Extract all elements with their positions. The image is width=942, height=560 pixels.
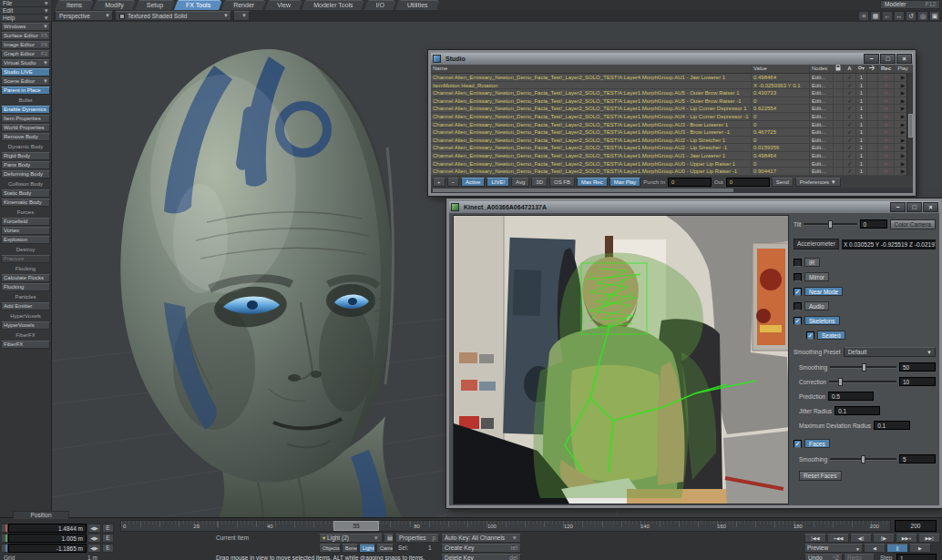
mirror-checkbox[interactable] [794,273,802,281]
record-toggle[interactable]: ○ [878,121,895,128]
studio-vertical-scrollbar[interactable] [906,74,913,176]
modeler-button[interactable]: ModelerF12 [880,0,940,9]
maximize-button[interactable]: □ [906,202,922,212]
sidebar-item[interactable]: HyperVoxels ▼ [1,313,50,321]
sidebar-item[interactable]: Graph Editor F2 ▼ [1,50,50,58]
item-list-button[interactable]: ▤ [384,534,394,543]
skeletons-checkbox[interactable]: ✓ [794,317,802,325]
send-button[interactable]: Send [772,178,794,187]
record-toggle[interactable]: ○ [878,74,895,81]
channel-row[interactable]: Channel Alien_Emissary_Newton_Demo_Facia… [431,89,913,97]
sidebar-item[interactable]: World Properties ▼ [1,124,50,132]
objects-button[interactable]: Objects+O [319,544,341,553]
tilt-slider[interactable] [804,223,856,226]
menu-tab[interactable]: Items [56,0,92,10]
nodes-edit-button[interactable]: Edit... [810,168,834,175]
transport-button[interactable]: ▶▶+ [896,534,917,543]
pan-icon[interactable]: ← [882,11,893,21]
seated-toggle[interactable]: Seated [817,331,845,340]
menu-tab[interactable]: Render [223,0,264,10]
play-reverse-button[interactable]: ◀ [864,544,886,553]
channel-row[interactable]: Channel Alien_Emissary_Newton_Demo_Facia… [431,137,913,145]
sidebar-item[interactable]: Add Emitter ▼ [1,302,50,311]
sidebar-item[interactable]: Flocking ▼ [1,283,50,291]
slider-handle[interactable] [838,378,843,386]
properties-button[interactable]: Propertiesp [395,534,439,543]
edit-menu[interactable]: Edit▼ [0,7,51,15]
scrollbar-thumb[interactable] [433,188,733,192]
record-toggle[interactable]: ○ [878,105,895,112]
transport-button[interactable]: +◀◀ [827,534,849,543]
slider-handle[interactable] [828,220,833,229]
nodes-edit-button[interactable]: Edit... [810,105,834,112]
faces-smoothing-field[interactable]: 5 [899,454,936,463]
nodes-edit-button[interactable]: Edit... [810,82,834,89]
nudge-buttons[interactable]: ◀▶ [87,524,101,533]
menu-icon[interactable]: ≡ [858,11,869,21]
channel-row[interactable]: ItemMotion Head_Rotation X -0.0250363 Y … [431,82,913,90]
studio-horizontal-scrollbar[interactable] [431,188,913,193]
studio-footer-button[interactable]: Max Rec [577,178,608,187]
sidebar-item[interactable]: Virtual Studio ▼ [1,59,50,67]
active-checkmark[interactable]: ✓ [844,168,856,175]
zoom-view-icon[interactable]: ◎ [917,11,928,21]
sidebar-item[interactable]: Enable Dynamics ▼ [1,106,50,114]
studio-footer-button[interactable]: 3D [531,178,548,187]
shading-mode-dropdown[interactable]: Textured Shaded Solid▼ [115,11,231,21]
menu-tab[interactable]: I/O [366,0,394,10]
ir-checkbox[interactable] [794,259,802,267]
record-toggle[interactable]: ○ [878,82,895,89]
nodes-edit-button[interactable]: Edit... [810,137,834,144]
sidebar-item[interactable]: Calculate Flocks ▼ [1,274,50,282]
nodes-edit-button[interactable]: Edit... [810,144,834,151]
studio-footer-button[interactable]: − [447,178,460,187]
minimize-button[interactable]: − [890,202,906,212]
record-toggle[interactable]: ○ [878,89,895,97]
nodes-edit-button[interactable]: Edit... [810,121,834,128]
current-frame-marker[interactable]: 55 [333,521,379,531]
prediction-field[interactable]: 0.5 [828,392,874,401]
rotate-view-icon[interactable]: ↺ [906,11,916,21]
active-checkmark[interactable]: ✓ [844,160,856,168]
faces-smoothing-slider[interactable] [830,458,896,461]
play-button[interactable]: ▶ [909,544,931,553]
nudge-buttons[interactable]: ◀▶ [87,534,101,543]
envelope-button[interactable]: E [102,534,114,543]
sidebar-item[interactable]: Forces ▼ [1,209,50,217]
tilt-field[interactable]: 0 [860,219,887,229]
nodes-edit-button[interactable]: Edit... [810,160,834,168]
channel-row[interactable]: Channel Alien_Emissary_Newton_Demo_Facia… [431,121,913,129]
studio-footer-button[interactable]: + [433,178,445,187]
transport-button[interactable]: ||▶ [873,534,895,543]
studio-footer-button[interactable]: OS FB [549,178,575,187]
timeline-ruler[interactable]: 020406080100120140160180200 55 [120,520,891,532]
current-item-dropdown[interactable]: ▾ Light (2)▼ [319,534,383,543]
punch-in-field[interactable]: 0 [668,178,712,187]
channel-row[interactable]: Channel Alien_Emissary_Newton_Demo_Facia… [431,168,913,176]
seated-checkbox[interactable]: ✓ [806,331,814,340]
channel-row[interactable]: Channel Alien_Emissary_Newton_Demo_Facia… [431,113,913,121]
jitter-radius-field[interactable]: 0.1 [834,406,880,415]
maximize-button[interactable]: □ [880,54,896,64]
menu-tab[interactable]: Modeler Tools [303,0,363,10]
sidebar-item[interactable]: Flocking ▼ [1,266,50,273]
z-position-field[interactable]: -1.1865 m [8,544,87,553]
transport-button[interactable]: ◀|| [850,534,872,543]
sidebar-item[interactable]: Particles ▼ [1,294,50,301]
sidebar-item[interactable]: Bullet ▼ [1,97,50,105]
color-camera-button[interactable]: Color Camera [890,219,936,229]
channel-row[interactable]: Channel Alien_Emissary_Newton_Demo_Facia… [431,105,913,113]
menu-tab[interactable]: Utilities [397,0,438,10]
faces-checkbox[interactable]: ✓ [794,440,802,448]
view-mode-dropdown[interactable]: Perspective▼ [55,11,113,21]
sidebar-item[interactable]: Studio LIVE ▼ [1,68,50,76]
nodes-edit-button[interactable]: Edit... [810,74,834,81]
close-button[interactable]: × [896,54,912,64]
menu-tab[interactable]: View [267,0,301,10]
preview-dropdown[interactable]: Preview▼ [804,544,863,553]
nodes-edit-button[interactable]: Edit... [810,89,834,97]
punch-out-field[interactable]: 0 [726,178,770,187]
skeletons-toggle[interactable]: Skeletons [804,316,840,325]
sidebar-item[interactable]: Fracture ▼ [1,255,50,263]
active-checkmark[interactable]: ✓ [844,97,856,105]
